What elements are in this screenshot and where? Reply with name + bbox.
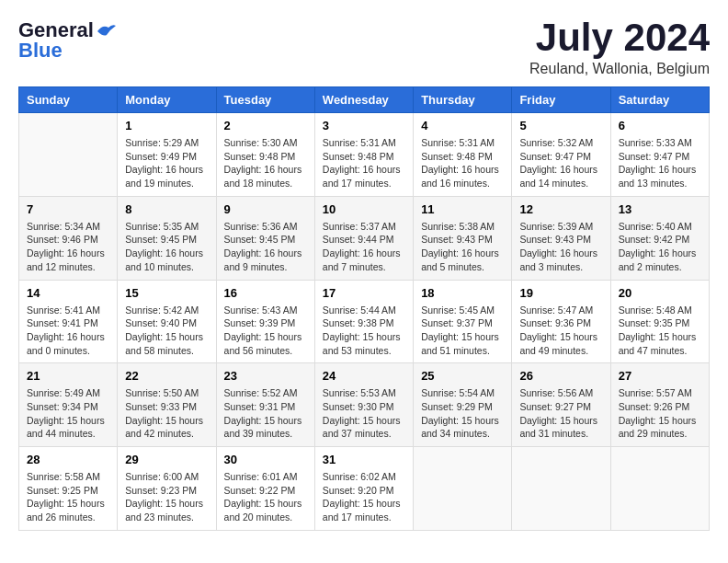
- calendar-week-row: 1Sunrise: 5:29 AMSunset: 9:49 PMDaylight…: [19, 113, 710, 197]
- day-number: 17: [323, 286, 405, 300]
- day-number: 4: [421, 119, 504, 132]
- day-number: 18: [421, 286, 504, 300]
- day-number: 11: [421, 202, 504, 216]
- day-number: 22: [125, 369, 208, 383]
- day-info: Sunrise: 5:43 AMSunset: 9:39 PMDaylight:…: [224, 304, 307, 358]
- day-info: Sunrise: 5:30 AMSunset: 9:48 PMDaylight:…: [224, 136, 307, 190]
- day-number: 29: [125, 453, 208, 466]
- day-number: 31: [323, 453, 405, 466]
- calendar-cell: 29Sunrise: 6:00 AMSunset: 9:23 PMDayligh…: [118, 447, 216, 531]
- day-info: Sunrise: 5:50 AMSunset: 9:33 PMDaylight:…: [125, 386, 208, 441]
- calendar-cell: 16Sunrise: 5:43 AMSunset: 9:39 PMDayligh…: [216, 280, 314, 363]
- calendar-cell: 27Sunrise: 5:57 AMSunset: 9:26 PMDayligh…: [610, 363, 709, 447]
- day-number: 3: [323, 119, 405, 132]
- header-tuesday: Tuesday: [216, 87, 314, 113]
- calendar-cell: 8Sunrise: 5:35 AMSunset: 9:45 PMDaylight…: [118, 196, 216, 280]
- day-info: Sunrise: 5:45 AMSunset: 9:37 PMDaylight:…: [421, 304, 504, 358]
- calendar-table: SundayMondayTuesdayWednesdayThursdayFrid…: [18, 86, 710, 531]
- calendar-cell: 21Sunrise: 5:49 AMSunset: 9:34 PMDayligh…: [19, 363, 118, 447]
- day-number: 6: [619, 119, 701, 132]
- calendar-cell: [512, 447, 610, 531]
- day-number: 30: [224, 453, 307, 466]
- day-number: 7: [27, 202, 109, 216]
- day-number: 9: [224, 202, 307, 216]
- calendar-cell: 5Sunrise: 5:32 AMSunset: 9:47 PMDaylight…: [512, 113, 610, 197]
- logo: General Blue: [18, 18, 116, 63]
- calendar-cell: 9Sunrise: 5:36 AMSunset: 9:45 PMDaylight…: [216, 196, 314, 280]
- logo-bird-icon: [96, 22, 116, 39]
- day-number: 2: [224, 119, 307, 132]
- header-thursday: Thursday: [414, 87, 512, 113]
- day-info: Sunrise: 6:02 AMSunset: 9:20 PMDaylight:…: [323, 470, 405, 524]
- day-number: 20: [619, 286, 701, 300]
- page-header: General Blue July 2024 Reuland, Wallonia…: [18, 18, 710, 77]
- calendar-cell: 26Sunrise: 5:56 AMSunset: 9:27 PMDayligh…: [512, 363, 610, 447]
- day-info: Sunrise: 5:53 AMSunset: 9:30 PMDaylight:…: [323, 386, 405, 441]
- calendar-cell: 14Sunrise: 5:41 AMSunset: 9:41 PMDayligh…: [19, 280, 118, 363]
- calendar-cell: 23Sunrise: 5:52 AMSunset: 9:31 PMDayligh…: [216, 363, 314, 447]
- day-info: Sunrise: 5:40 AMSunset: 9:42 PMDaylight:…: [619, 220, 701, 274]
- day-number: 27: [619, 369, 701, 383]
- day-info: Sunrise: 6:00 AMSunset: 9:23 PMDaylight:…: [125, 470, 208, 524]
- calendar-cell: [414, 447, 512, 531]
- header-monday: Monday: [118, 87, 216, 113]
- day-info: Sunrise: 5:37 AMSunset: 9:44 PMDaylight:…: [323, 220, 405, 274]
- day-number: 23: [224, 369, 307, 383]
- header-friday: Friday: [512, 87, 610, 113]
- header-wednesday: Wednesday: [314, 87, 413, 113]
- header-saturday: Saturday: [610, 87, 709, 113]
- day-number: 25: [421, 369, 504, 383]
- day-info: Sunrise: 5:39 AMSunset: 9:43 PMDaylight:…: [519, 220, 602, 274]
- calendar-cell: 30Sunrise: 6:01 AMSunset: 9:22 PMDayligh…: [216, 447, 314, 531]
- day-info: Sunrise: 5:34 AMSunset: 9:46 PMDaylight:…: [27, 220, 109, 274]
- calendar-week-row: 28Sunrise: 5:58 AMSunset: 9:25 PMDayligh…: [19, 447, 710, 531]
- calendar-cell: [610, 447, 709, 531]
- calendar-cell: 6Sunrise: 5:33 AMSunset: 9:47 PMDaylight…: [610, 113, 709, 197]
- calendar-week-row: 7Sunrise: 5:34 AMSunset: 9:46 PMDaylight…: [19, 196, 710, 280]
- day-info: Sunrise: 5:32 AMSunset: 9:47 PMDaylight:…: [519, 136, 602, 190]
- logo-blue: Blue: [18, 39, 63, 63]
- day-info: Sunrise: 5:47 AMSunset: 9:36 PMDaylight:…: [519, 304, 602, 358]
- calendar-cell: 13Sunrise: 5:40 AMSunset: 9:42 PMDayligh…: [610, 196, 709, 280]
- calendar-cell: 1Sunrise: 5:29 AMSunset: 9:49 PMDaylight…: [118, 113, 216, 197]
- calendar-cell: 2Sunrise: 5:30 AMSunset: 9:48 PMDaylight…: [216, 113, 314, 197]
- day-info: Sunrise: 6:01 AMSunset: 9:22 PMDaylight:…: [224, 470, 307, 524]
- day-number: 1: [125, 119, 208, 132]
- month-title: July 2024: [529, 18, 710, 57]
- day-info: Sunrise: 5:36 AMSunset: 9:45 PMDaylight:…: [224, 220, 307, 274]
- calendar-cell: 12Sunrise: 5:39 AMSunset: 9:43 PMDayligh…: [512, 196, 610, 280]
- calendar-cell: 15Sunrise: 5:42 AMSunset: 9:40 PMDayligh…: [118, 280, 216, 363]
- day-info: Sunrise: 5:31 AMSunset: 9:48 PMDaylight:…: [323, 136, 405, 190]
- calendar-cell: 24Sunrise: 5:53 AMSunset: 9:30 PMDayligh…: [314, 363, 413, 447]
- day-info: Sunrise: 5:33 AMSunset: 9:47 PMDaylight:…: [619, 136, 701, 190]
- location: Reuland, Wallonia, Belgium: [529, 61, 710, 77]
- day-number: 5: [519, 119, 602, 132]
- day-info: Sunrise: 5:58 AMSunset: 9:25 PMDaylight:…: [27, 470, 109, 524]
- day-number: 10: [323, 202, 405, 216]
- calendar-week-row: 21Sunrise: 5:49 AMSunset: 9:34 PMDayligh…: [19, 363, 710, 447]
- calendar-week-row: 14Sunrise: 5:41 AMSunset: 9:41 PMDayligh…: [19, 280, 710, 363]
- day-number: 14: [27, 286, 109, 300]
- day-number: 15: [125, 286, 208, 300]
- calendar-cell: 11Sunrise: 5:38 AMSunset: 9:43 PMDayligh…: [414, 196, 512, 280]
- day-info: Sunrise: 5:35 AMSunset: 9:45 PMDaylight:…: [125, 220, 208, 274]
- day-info: Sunrise: 5:29 AMSunset: 9:49 PMDaylight:…: [125, 136, 208, 190]
- day-number: 8: [125, 202, 208, 216]
- calendar-cell: 17Sunrise: 5:44 AMSunset: 9:38 PMDayligh…: [314, 280, 413, 363]
- day-number: 12: [519, 202, 602, 216]
- calendar-cell: 31Sunrise: 6:02 AMSunset: 9:20 PMDayligh…: [314, 447, 413, 531]
- day-info: Sunrise: 5:42 AMSunset: 9:40 PMDaylight:…: [125, 304, 208, 358]
- day-number: 13: [619, 202, 701, 216]
- calendar-cell: 10Sunrise: 5:37 AMSunset: 9:44 PMDayligh…: [314, 196, 413, 280]
- day-number: 16: [224, 286, 307, 300]
- day-info: Sunrise: 5:56 AMSunset: 9:27 PMDaylight:…: [519, 386, 602, 441]
- day-info: Sunrise: 5:44 AMSunset: 9:38 PMDaylight:…: [323, 304, 405, 358]
- calendar-cell: [19, 113, 118, 197]
- day-info: Sunrise: 5:49 AMSunset: 9:34 PMDaylight:…: [27, 386, 109, 441]
- day-info: Sunrise: 5:31 AMSunset: 9:48 PMDaylight:…: [421, 136, 504, 190]
- day-info: Sunrise: 5:52 AMSunset: 9:31 PMDaylight:…: [224, 386, 307, 441]
- calendar-cell: 3Sunrise: 5:31 AMSunset: 9:48 PMDaylight…: [314, 113, 413, 197]
- day-number: 21: [27, 369, 109, 383]
- day-info: Sunrise: 5:41 AMSunset: 9:41 PMDaylight:…: [27, 304, 109, 358]
- day-info: Sunrise: 5:38 AMSunset: 9:43 PMDaylight:…: [421, 220, 504, 274]
